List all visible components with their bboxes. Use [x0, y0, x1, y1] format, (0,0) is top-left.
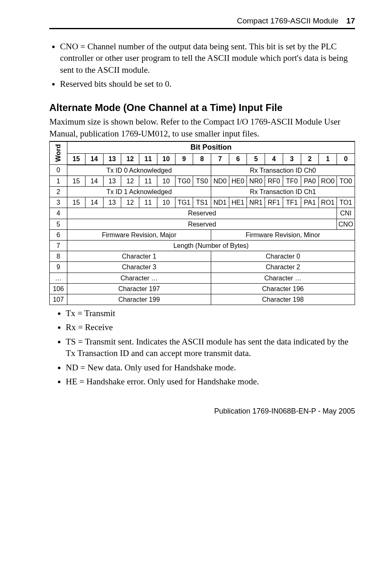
word-index: 3 — [50, 197, 67, 208]
cell-last: CNO — [337, 219, 355, 229]
bit-cell: TO0 — [337, 176, 355, 186]
word-index: 0 — [50, 165, 67, 176]
table-row: 1 15 14 13 12 11 10 TG0 TS0 ND0 HE0 NR0 … — [50, 176, 355, 186]
word-index: 106 — [50, 283, 67, 294]
bit-cell: 11 — [139, 197, 157, 208]
table-row: 4 Reserved CNI — [50, 208, 355, 219]
bit-cell: PA0 — [301, 176, 319, 186]
bit-cell: 11 — [139, 176, 157, 186]
bit-col-11: 11 — [139, 154, 157, 165]
header-title-line: Compact 1769-ASCII Module 17 — [49, 16, 355, 28]
bit-cell: HE1 — [229, 197, 247, 208]
bit-cell: 10 — [157, 176, 175, 186]
bit-cell: RF0 — [265, 176, 283, 186]
list-item: Tx = Transmit — [66, 307, 355, 319]
cell-reserved: Reserved — [67, 208, 337, 219]
list-item: Rx = Receive — [66, 321, 355, 333]
bit-cell: TG0 — [175, 176, 193, 186]
table-row: 9 Character 3 Character 2 — [50, 262, 355, 273]
table-row: 5 Reserved CNO — [50, 219, 355, 229]
cell-right: Character 2 — [211, 262, 355, 273]
cell-left: Character 3 — [67, 262, 211, 273]
list-item: TS = Transmit sent. Indicates the ASCII … — [66, 336, 355, 359]
bit-cell: TF0 — [283, 176, 301, 186]
cell-left: Character 1 — [67, 251, 211, 262]
header-rule — [49, 28, 355, 29]
bit-col-9: 9 — [175, 154, 193, 165]
list-item: CNO = Channel number of the output data … — [60, 41, 355, 76]
page-footer: Publication 1769-IN068B-EN-P - May 2005 — [49, 407, 355, 416]
bit-col-14: 14 — [85, 154, 103, 165]
table-row: 8 Character 1 Character 0 — [50, 251, 355, 262]
legend-list: Tx = Transmit Rx = Receive TS = Transmit… — [49, 307, 355, 387]
bit-position-header: Bit Position — [67, 141, 355, 154]
bit-col-6: 6 — [229, 154, 247, 165]
bit-col-4: 4 — [265, 154, 283, 165]
bit-cell: 13 — [103, 176, 121, 186]
cell-left: Tx ID 1 Acknowledged — [67, 187, 211, 197]
bit-cell: TG1 — [175, 197, 193, 208]
top-bullet-list: CNO = Channel number of the output data … — [49, 41, 355, 90]
bit-cell: NR0 — [247, 176, 265, 186]
table-row: 7 Length (Number of Bytes) — [50, 240, 355, 251]
list-item: ND = New data. Only used for Handshake m… — [66, 362, 355, 373]
bit-cell: 14 — [85, 197, 103, 208]
table-row: 107 Character 199 Character 198 — [50, 294, 355, 305]
table-row: 2 Tx ID 1 Acknowledged Rx Transaction ID… — [50, 187, 355, 197]
bit-cell: TO1 — [337, 197, 355, 208]
bit-cell: TS0 — [193, 176, 211, 186]
word-index: 5 — [50, 219, 67, 229]
table-row: 0 Tx ID 0 Acknowledged Rx Transaction ID… — [50, 165, 355, 176]
section-intro: Maximum size is shown below. Refer to th… — [49, 116, 355, 139]
bit-cell: HE0 — [229, 176, 247, 186]
word-index: 7 — [50, 240, 67, 251]
cell-right: Character 196 — [211, 283, 355, 294]
bit-cell: TS1 — [193, 197, 211, 208]
bit-cell: 10 — [157, 197, 175, 208]
bit-cell: 12 — [121, 176, 139, 186]
bit-position-table: Word Bit Position 15 14 13 12 11 10 9 8 … — [49, 141, 355, 305]
word-index: 2 — [50, 187, 67, 197]
bit-col-10: 10 — [157, 154, 175, 165]
cell-right: Firmware Revision, Minor — [211, 229, 355, 240]
page-header: Compact 1769-ASCII Module 17 — [49, 16, 355, 29]
word-header: Word — [50, 141, 67, 165]
cell-right: Character 0 — [211, 251, 355, 262]
bit-col-7: 7 — [211, 154, 229, 165]
bit-cell: RO1 — [319, 197, 337, 208]
bit-cell: 13 — [103, 197, 121, 208]
bit-cell: ND1 — [211, 197, 229, 208]
bit-col-15: 15 — [67, 154, 85, 165]
cell-right: Rx Transaction ID Ch1 — [211, 187, 355, 197]
bit-cell: RO0 — [319, 176, 337, 186]
bit-cell: ND0 — [211, 176, 229, 186]
bit-cell: 14 — [85, 176, 103, 186]
cell-left: Character 197 — [67, 283, 211, 294]
cell-left: Character 199 — [67, 294, 211, 305]
bit-col-0: 0 — [337, 154, 355, 165]
bit-col-12: 12 — [121, 154, 139, 165]
bit-col-3: 3 — [283, 154, 301, 165]
list-item: Reserved bits should be set to 0. — [60, 78, 355, 90]
cell-right: Rx Transaction ID Ch0 — [211, 165, 355, 176]
word-index: 9 — [50, 262, 67, 273]
bit-col-1: 1 — [319, 154, 337, 165]
cell-last: CNI — [337, 208, 355, 219]
bit-cell: PA1 — [301, 197, 319, 208]
bit-cell: RF1 — [265, 197, 283, 208]
bit-cell: 15 — [67, 197, 85, 208]
bit-cell: TF1 — [283, 197, 301, 208]
table-row: 6 Firmware Revision, Major Firmware Revi… — [50, 229, 355, 240]
cell-reserved: Reserved — [67, 219, 337, 229]
cell-right: Character … — [211, 273, 355, 283]
bit-col-2: 2 — [301, 154, 319, 165]
section-heading: Alternate Mode (One Channel at a Time) I… — [49, 102, 355, 113]
bit-cell: 15 — [67, 176, 85, 186]
word-index: 107 — [50, 294, 67, 305]
table-row: 106 Character 197 Character 196 — [50, 283, 355, 294]
word-index: 8 — [50, 251, 67, 262]
table-row: 3 15 14 13 12 11 10 TG1 TS1 ND1 HE1 NR1 … — [50, 197, 355, 208]
list-item: HE = Handshake error. Only used for Hand… — [66, 376, 355, 387]
cell-left: Character … — [67, 273, 211, 283]
bit-cell: NR1 — [247, 197, 265, 208]
